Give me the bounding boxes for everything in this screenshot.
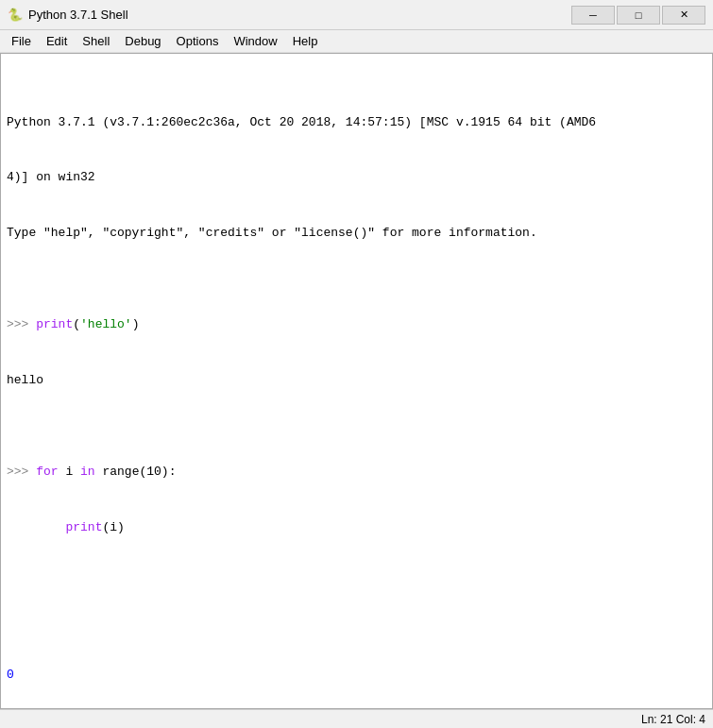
menu-window[interactable]: Window [226,30,284,52]
startup-line3: Type "help", "copyright", "credits" or "… [7,224,706,243]
range-call: range(10): [95,465,177,479]
minimize-button[interactable]: ─ [571,6,615,25]
python-icon: 🐍 [8,8,23,23]
kw-print-2: print [65,520,102,534]
prompt-arrow-1: >>> [7,317,36,331]
num-output-0: 0 [7,666,706,685]
window-controls: ─ □ ✕ [571,6,705,25]
str-hello: 'hello' [80,317,132,331]
title-bar-left: 🐍 Python 3.7.1 Shell [8,8,128,23]
maximize-button[interactable]: □ [617,6,660,25]
shell-container: Python 3.7.1 (v3.7.1:260ec2c36a, Oct 20 … [0,53,713,709]
window-title: Python 3.7.1 Shell [28,8,128,22]
close-button[interactable]: ✕ [662,6,705,25]
paren-2: ) [132,317,140,331]
menu-bar: File Edit Shell Debug Options Window Hel… [0,30,713,53]
indent-print: print(i) [7,518,706,537]
prompt-line-2: >>> for i in range(10): [7,463,706,482]
paren-1: ( [73,317,80,331]
startup-line2: 4)] on win32 [7,168,706,187]
menu-help[interactable]: Help [285,30,326,52]
menu-edit[interactable]: Edit [39,30,75,52]
blank-line-1 [7,573,706,592]
cursor-position: Ln: 21 Col: 4 [641,713,705,726]
kw-in: in [80,465,95,479]
menu-file[interactable]: File [4,30,39,52]
kw-for: for [36,465,58,479]
prompt-arrow-2: >>> [7,465,36,479]
status-bar: Ln: 21 Col: 4 [0,709,713,728]
loop-var: i [59,465,80,479]
menu-shell[interactable]: Shell [75,30,117,52]
menu-options[interactable]: Options [169,30,227,52]
startup-line1: Python 3.7.1 (v3.7.1:260ec2c36a, Oct 20 … [7,113,706,132]
output-hello: hello [7,371,706,390]
title-bar: 🐍 Python 3.7.1 Shell ─ □ ✕ [0,0,713,30]
kw-print-1: print [36,317,73,331]
menu-debug[interactable]: Debug [117,30,168,52]
shell-output[interactable]: Python 3.7.1 (v3.7.1:260ec2c36a, Oct 20 … [1,54,712,708]
prompt-line-1: >>> print('hello') [7,315,706,334]
